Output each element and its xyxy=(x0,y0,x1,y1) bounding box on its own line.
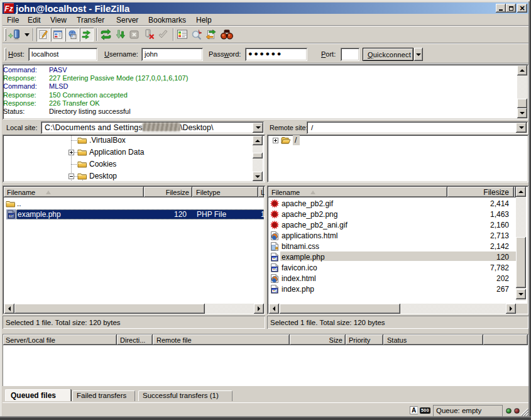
svg-text:Fz: Fz xyxy=(4,4,13,13)
